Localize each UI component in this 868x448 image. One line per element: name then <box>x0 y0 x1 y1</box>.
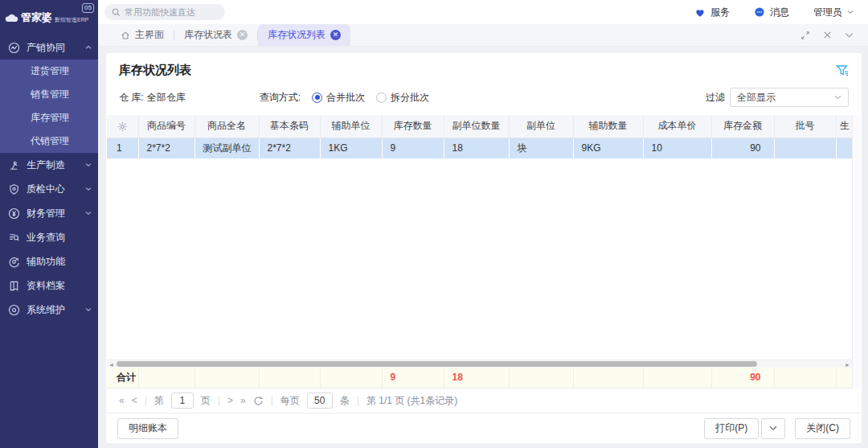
radio-label: 拆分批次 <box>391 91 429 105</box>
sidebar-item-system[interactable]: 系统维护 <box>0 298 98 322</box>
page-title: 库存状况列表 <box>119 63 191 78</box>
totals-stock-qty: 9 <box>382 368 444 388</box>
sidebar-item-manufacturing[interactable]: 生产制造 <box>0 153 98 177</box>
column-header[interactable]: 生 <box>836 115 854 138</box>
filter-select[interactable]: 全部显示 <box>730 88 849 107</box>
app-window: 管家婆 辉煌智造ERP 05 产销协同 进货管理 销售管理 库存管理 代销管理 <box>0 0 868 448</box>
warehouse-value[interactable]: 全部仓库 <box>147 91 186 105</box>
refresh-icon[interactable] <box>253 396 264 406</box>
totals-cell <box>573 368 643 388</box>
totals-cell <box>509 368 573 388</box>
table-row[interactable]: 1 2*7*2 测试副单位 2*7*2 1KG 9 18 块 9KG 10 <box>107 138 854 158</box>
close-button[interactable]: 关闭(C) <box>795 418 850 439</box>
vertical-scrollbar[interactable] <box>852 115 861 388</box>
collapse-icon[interactable] <box>845 32 854 39</box>
column-header[interactable]: 库存金额 <box>711 115 774 138</box>
resize-icon[interactable] <box>800 31 810 40</box>
grid-header-table: 商品编号 商品全名 基本条码 辅助单位 库存数量 副单位数量 副单位 辅助数量 … <box>107 115 854 158</box>
sidebar-subitem-purchase[interactable]: 进货管理 <box>0 60 98 83</box>
column-header[interactable]: 成本单价 <box>643 115 711 138</box>
column-header[interactable]: 副单位数量 <box>444 115 509 138</box>
column-header[interactable]: 辅助单位 <box>320 115 382 138</box>
column-settings-header[interactable] <box>107 115 138 138</box>
per-page-suffix: 条 <box>340 394 350 408</box>
column-header[interactable]: 商品全名 <box>194 115 259 138</box>
pagination-bar: « < | 第 页 | > » | 每页 条 | <box>106 388 862 413</box>
sidebar-item-archives[interactable]: 资料档案 <box>0 273 98 298</box>
grid-empty-area <box>107 158 852 360</box>
print-dropdown-button[interactable] <box>761 418 785 439</box>
cell-stock-qty: 9 <box>382 138 444 158</box>
page-number-input[interactable] <box>171 393 194 409</box>
sidebar-item-label: 业务查询 <box>27 231 65 245</box>
sidebar-item-business-query[interactable]: 业务查询 <box>0 225 98 249</box>
message-menu[interactable]: 消息 <box>754 6 789 19</box>
cell-batch-no <box>774 138 836 158</box>
totals-cell <box>259 368 320 388</box>
close-tab-icon[interactable]: ✕ <box>330 30 341 40</box>
pager-separator: | <box>357 395 359 406</box>
per-page-input[interactable] <box>307 393 333 409</box>
cell-subunit-qty: 18 <box>444 138 509 158</box>
column-header[interactable]: 副单位 <box>509 115 573 138</box>
close-tab-icon[interactable]: ✕ <box>237 30 248 40</box>
column-header[interactable]: 库存数量 <box>382 115 444 138</box>
sidebar-subitem-sales[interactable]: 销售管理 <box>0 83 98 106</box>
sidebar-item-finance[interactable]: 财务管理 <box>0 201 98 225</box>
brand-name: 管家婆 <box>21 10 52 25</box>
sidebar-item-auxiliary[interactable]: 辅助功能 <box>0 249 98 273</box>
shield-icon <box>8 183 20 195</box>
sidebar-subitem-inventory[interactable]: 库存管理 <box>0 106 98 129</box>
sidebar-item-label: 系统维护 <box>27 303 65 317</box>
column-header[interactable]: 批号 <box>774 115 836 138</box>
sidebar-item-label: 辅助功能 <box>27 255 65 269</box>
radio-split-batch[interactable]: 拆分批次 <box>376 91 429 105</box>
next-page-button[interactable]: > <box>227 395 233 406</box>
totals-cell <box>320 368 382 388</box>
data-grid: 商品编号 商品全名 基本条码 辅助单位 库存数量 副单位数量 副单位 辅助数量 … <box>107 115 861 388</box>
top-bar: 服务 消息 管理员 <box>98 0 868 24</box>
pager-separator: | <box>218 395 220 406</box>
sidebar: 管家婆 辉煌智造ERP 05 产销协同 进货管理 销售管理 库存管理 代销管理 <box>0 0 98 448</box>
column-header[interactable]: 商品编号 <box>138 115 194 138</box>
cell-aux-unit: 1KG <box>320 138 382 158</box>
home-icon <box>121 31 130 40</box>
scrollbar-thumb[interactable] <box>117 361 757 367</box>
search-input[interactable] <box>125 7 218 17</box>
first-page-button[interactable]: « <box>119 395 125 406</box>
last-page-button[interactable]: » <box>240 395 246 406</box>
inventory-card: 库存状况列表 仓 库: 全部仓库 查询方式: 合并批次 <box>106 53 862 443</box>
horizontal-scrollbar[interactable]: ◄ ► <box>107 360 852 368</box>
sidebar-item-quality[interactable]: 质检中心 <box>0 177 98 201</box>
scroll-right-arrow-icon[interactable]: ► <box>845 362 850 368</box>
tab-bar: 主界面 库存状况表 ✕ 库存状况列表 ✕ <box>98 24 868 47</box>
main-area: 服务 消息 管理员 <box>98 0 868 448</box>
prev-page-button[interactable]: < <box>132 395 137 406</box>
filter-funnel-icon[interactable] <box>836 64 849 76</box>
footer-right-buttons: 打印(P) 关闭(C) <box>704 418 850 439</box>
radio-merge-batch[interactable]: 合并批次 <box>312 91 365 105</box>
trend-circle-icon <box>8 42 20 54</box>
detail-ledger-button[interactable]: 明细账本 <box>117 418 178 439</box>
brand-logo: 管家婆 辉煌智造ERP 05 <box>0 0 98 35</box>
tab-inventory-status-list[interactable]: 库存状况列表 ✕ <box>258 24 350 46</box>
tab-inventory-status[interactable]: 库存状况表 ✕ <box>174 24 257 46</box>
tab-home[interactable]: 主界面 <box>111 24 174 46</box>
quick-search[interactable] <box>104 4 225 20</box>
filter-row: 仓 库: 全部仓库 查询方式: 合并批次 拆分批次 <box>106 80 862 115</box>
column-header[interactable]: 基本条码 <box>259 115 320 138</box>
scroll-left-arrow-icon[interactable]: ◄ <box>108 362 114 368</box>
pager-summary: 第 1/1 页 (共1条记录) <box>366 394 457 408</box>
yen-circle-icon <box>8 208 20 220</box>
close-icon[interactable] <box>823 31 832 39</box>
sidebar-item-label: 生产制造 <box>27 158 65 172</box>
sidebar-subitem-consignment[interactable]: 代销管理 <box>0 129 98 153</box>
tab-label: 库存状况列表 <box>268 28 326 42</box>
print-button[interactable]: 打印(P) <box>704 418 759 439</box>
message-label: 消息 <box>770 6 789 19</box>
column-header[interactable]: 辅助数量 <box>573 115 643 138</box>
sidebar-item-production-sales[interactable]: 产销协同 <box>0 35 98 60</box>
per-page-prefix: 每页 <box>280 394 300 408</box>
service-menu[interactable]: 服务 <box>694 6 730 19</box>
user-menu[interactable]: 管理员 <box>813 6 854 19</box>
